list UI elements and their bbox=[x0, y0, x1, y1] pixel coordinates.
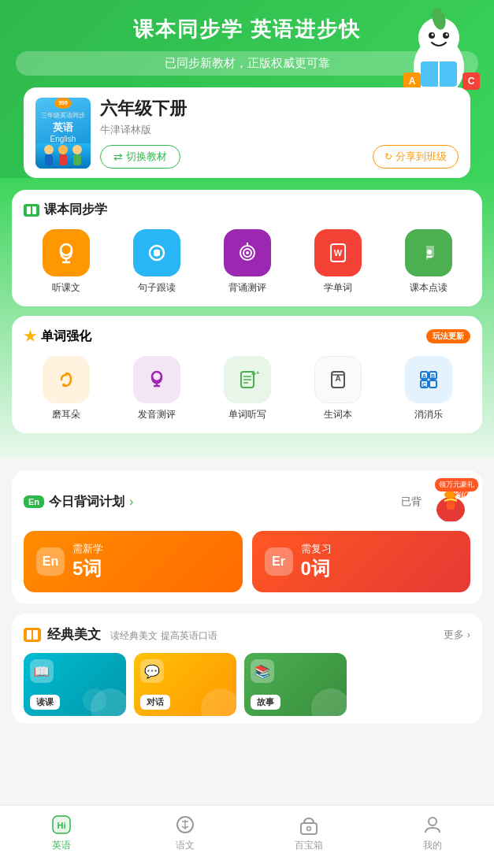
en-badge: En bbox=[24, 495, 44, 508]
pronunciation-icon bbox=[133, 356, 180, 403]
classic-title: 经典美文 bbox=[47, 627, 101, 642]
sentence-icon bbox=[133, 229, 180, 276]
plan-status: 已背 bbox=[401, 495, 422, 509]
thumb1-icon: 📖 bbox=[30, 659, 54, 683]
svg-point-70 bbox=[306, 827, 310, 831]
svg-point-32 bbox=[427, 250, 432, 254]
feature-matchgame[interactable]: A B C 消消乐 bbox=[386, 356, 470, 421]
svg-point-15 bbox=[58, 145, 68, 154]
vocab-feature-grid: 磨耳朵 发音测评 bbox=[24, 356, 470, 421]
svg-rect-58 bbox=[27, 630, 32, 640]
svg-point-62 bbox=[201, 688, 236, 716]
feature-textbook-read[interactable]: 课本点读 bbox=[386, 229, 470, 295]
svg-text:B: B bbox=[430, 373, 434, 379]
feature-ear[interactable]: 磨耳朵 bbox=[24, 356, 108, 421]
ear-icon bbox=[43, 356, 90, 403]
svg-text:Hi: Hi bbox=[58, 821, 66, 830]
pronunciation-label: 发音测评 bbox=[138, 408, 176, 421]
svg-text:W: W bbox=[333, 248, 342, 258]
ear-label: 磨耳朵 bbox=[52, 408, 80, 421]
nav-english-label: 英语 bbox=[52, 839, 71, 852]
nav-chinese-icon bbox=[174, 814, 196, 836]
sync-feature-grid: 听课文 句子跟读 bbox=[24, 229, 470, 295]
nav-profile[interactable]: 我的 bbox=[370, 814, 494, 852]
plan-arrow: › bbox=[129, 495, 133, 509]
textbook-cover: 999 三年级英语同步 英语 English bbox=[35, 98, 91, 169]
classic-thumb-2[interactable]: 💬 对话 bbox=[134, 653, 236, 716]
feature-dictation[interactable]: A+ 单词听写 bbox=[205, 356, 289, 421]
classic-icon bbox=[24, 628, 41, 642]
svg-rect-16 bbox=[59, 154, 67, 165]
cover-series: 三年级英语同步 bbox=[41, 111, 85, 120]
textbook-grade: 六年级下册 bbox=[100, 97, 459, 121]
feature-recite[interactable]: 背诵测评 bbox=[205, 229, 289, 295]
listen-label: 听课文 bbox=[52, 281, 80, 295]
nav-english[interactable]: Hi 英语 bbox=[0, 814, 124, 852]
sync-section-block: 课本同步学 听课文 bbox=[12, 190, 482, 306]
new-words-label: 需新学 bbox=[72, 542, 103, 556]
textbook-card: 999 三年级英语同步 英语 English 六年级下册 牛津译林版 bbox=[24, 87, 470, 178]
gift-label: 领万元豪礼 bbox=[435, 478, 478, 491]
vocab-icon: W bbox=[314, 229, 362, 276]
review-words-button[interactable]: Er 需复习 0词 bbox=[252, 531, 471, 592]
classic-more-button[interactable]: 更多 › bbox=[444, 628, 470, 642]
svg-point-13 bbox=[44, 145, 54, 154]
classic-header: 经典美文 读经典美文 提高英语口语 更多 › bbox=[24, 625, 470, 644]
share-to-class-button[interactable]: ↻ 分享到班级 bbox=[373, 145, 459, 169]
classic-card: 经典美文 读经典美文 提高英语口语 更多 › 📖 读课 💬 对话 bbox=[12, 614, 482, 724]
sync-title: 课本同步学 bbox=[44, 202, 107, 218]
review-words-label: 需复习 bbox=[301, 542, 332, 556]
dictation-icon: A+ bbox=[224, 356, 271, 403]
nav-spacer bbox=[12, 733, 482, 796]
svg-text:C: C bbox=[422, 382, 425, 388]
new-badge: 玩法更新 bbox=[426, 329, 470, 343]
svg-rect-19 bbox=[27, 206, 31, 214]
vocab-label: 学单词 bbox=[324, 281, 352, 295]
svg-text:C: C bbox=[468, 76, 475, 87]
nav-chinese-label: 语文 bbox=[176, 839, 195, 852]
svg-rect-20 bbox=[32, 206, 36, 214]
svg-point-4 bbox=[432, 34, 434, 36]
textbook-read-label: 课本点读 bbox=[410, 281, 448, 295]
svg-rect-69 bbox=[301, 823, 317, 834]
svg-point-22 bbox=[61, 244, 72, 255]
feature-sentence[interactable]: 句子跟读 bbox=[114, 229, 199, 295]
bottom-nav: Hi 英语 语文 百宝箱 bbox=[0, 805, 494, 868]
svg-point-17 bbox=[72, 145, 82, 154]
plan-buttons: En 需新学 5词 Er 需复习 0词 bbox=[24, 531, 470, 592]
thumb3-icon: 📚 bbox=[251, 659, 274, 683]
vocab-header-left: ★ 单词强化 bbox=[24, 328, 91, 345]
textbook-read-icon bbox=[405, 229, 452, 276]
nav-treasure[interactable]: 百宝箱 bbox=[247, 814, 371, 852]
nav-treasure-label: 百宝箱 bbox=[295, 839, 323, 852]
daily-plan-card: En 今日背词计划 › 已背 领万元 bbox=[12, 470, 482, 604]
dictation-label: 单词听写 bbox=[228, 408, 266, 421]
recite-icon bbox=[224, 229, 271, 276]
matchgame-icon: A B C bbox=[405, 356, 452, 403]
review-words-text: 需复习 0词 bbox=[301, 542, 332, 581]
svg-text:A: A bbox=[422, 373, 425, 379]
daily-plan-right: 已背 领万元 豪礼 领万元豪礼 bbox=[401, 482, 470, 521]
main-content: En 今日背词计划 › 已背 领万元 bbox=[0, 458, 494, 808]
feature-pronunciation[interactable]: 发音测评 bbox=[114, 356, 199, 421]
classic-thumb-3[interactable]: 📚 故事 bbox=[244, 653, 347, 716]
daily-plan-header: En 今日背词计划 › 已背 领万元 bbox=[24, 482, 470, 521]
feature-vocab[interactable]: W 学单词 bbox=[295, 229, 380, 295]
switch-textbook-button[interactable]: ⇄ 切换教材 bbox=[100, 145, 180, 169]
classic-thumbnails: 📖 读课 💬 对话 📚 故事 bbox=[24, 653, 470, 716]
feature-listen[interactable]: 听课文 bbox=[24, 229, 108, 295]
classic-thumb-1[interactable]: 📖 读课 bbox=[24, 653, 126, 716]
listen-icon bbox=[43, 229, 90, 276]
textbook-publisher: 牛津译林版 bbox=[100, 123, 459, 137]
recite-label: 背诵测评 bbox=[228, 281, 266, 295]
classic-subtitle: 读经典美文 提高英语口语 bbox=[110, 630, 217, 641]
svg-point-28 bbox=[246, 251, 249, 254]
new-words-button[interactable]: En 需新学 5词 bbox=[24, 531, 243, 592]
gift-area: 领万元 豪礼 领万元豪礼 bbox=[431, 482, 470, 521]
nav-chinese[interactable]: 语文 bbox=[124, 814, 247, 852]
svg-point-71 bbox=[429, 818, 436, 825]
cover-illustration bbox=[35, 143, 91, 169]
vocab-title: 单词强化 bbox=[41, 328, 91, 345]
feature-vocabbook[interactable]: A 生词本 bbox=[295, 356, 380, 421]
daily-plan-left: En 今日背词计划 › bbox=[24, 494, 133, 510]
